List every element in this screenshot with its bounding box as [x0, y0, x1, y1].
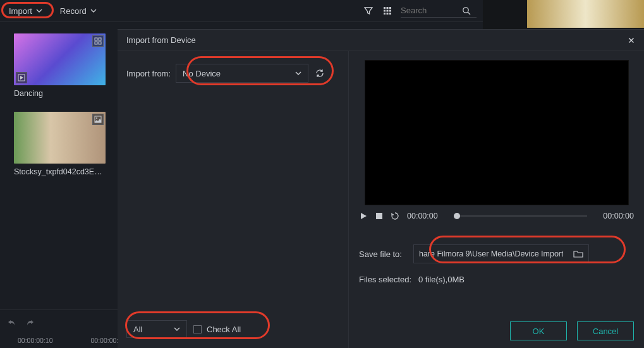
seek-bar[interactable]: [454, 215, 587, 217]
svg-rect-13: [95, 42, 97, 44]
dialog-title-text: Import from Device: [126, 35, 196, 45]
thumb-image-icon: [92, 114, 104, 125]
svg-rect-11: [95, 38, 97, 40]
dialog-titlebar: Import from Device ✕: [118, 30, 644, 51]
media-caption: Dancing: [14, 89, 106, 98]
undo-icon[interactable]: [6, 318, 16, 328]
check-all-label: Check All: [207, 325, 241, 334]
filter-select[interactable]: All: [126, 320, 187, 338]
folder-icon[interactable]: [573, 249, 583, 258]
files-selected-value: 0 file(s),0MB: [418, 275, 465, 284]
search-input[interactable]: [401, 4, 461, 17]
media-thumb[interactable]: [14, 33, 106, 85]
close-icon[interactable]: ✕: [628, 35, 635, 45]
redo-icon[interactable]: [25, 318, 35, 328]
media-panel: Dancing Stocksy_txpfd042cd3EA...: [0, 22, 118, 309]
media-thumb[interactable]: [14, 112, 106, 164]
stop-icon[interactable]: [375, 212, 383, 220]
import-from-label: Import from:: [126, 69, 171, 78]
svg-point-17: [96, 117, 97, 119]
svg-rect-7: [387, 13, 389, 15]
refresh-icon[interactable]: [313, 67, 326, 80]
grid-view-icon[interactable]: [382, 5, 393, 16]
timeline-controls: [0, 318, 118, 328]
check-all[interactable]: Check All: [193, 325, 241, 334]
timeline-area: 00:00:00:10 00:00:00:2: [0, 309, 118, 348]
save-file-row: Save file to: hare Filmora 9\User Media\…: [359, 244, 634, 263]
device-select[interactable]: No Device: [176, 64, 308, 83]
preview-area: [365, 60, 629, 205]
save-path-field[interactable]: hare Filmora 9\User Media\Device Import: [413, 244, 589, 263]
top-toolbar: Import Record: [0, 0, 483, 22]
dialog-left-bottom: All Check All: [126, 320, 241, 338]
device-select-value: No Device: [183, 69, 221, 78]
files-selected-label: Files selected:: [359, 275, 411, 284]
ok-button[interactable]: OK: [510, 321, 567, 340]
svg-rect-6: [384, 13, 386, 15]
import-from-row: Import from: No Device: [126, 64, 339, 83]
svg-rect-14: [99, 42, 101, 44]
chevron-down-icon: [90, 8, 97, 14]
timeline-ruler: 00:00:00:10 00:00:00:2: [0, 328, 118, 344]
svg-rect-18: [376, 213, 382, 219]
dialog-body: Import from: No Device All Check All: [118, 51, 644, 348]
time-total: 00:00:00: [595, 212, 634, 220]
svg-rect-8: [389, 13, 391, 15]
play-icon[interactable]: [359, 212, 368, 220]
svg-rect-5: [389, 10, 391, 12]
import-label: Import: [9, 6, 32, 16]
dialog-buttons: OK Cancel: [359, 315, 634, 340]
svg-rect-12: [99, 38, 101, 40]
svg-point-9: [463, 7, 468, 12]
media-caption: Stocksy_txpfd042cd3EA...: [14, 167, 106, 176]
seek-track: [454, 215, 587, 217]
thumb-play-icon: [16, 72, 27, 83]
import-dialog: Import from Device ✕ Import from: No Dev…: [118, 29, 644, 348]
seek-thumb[interactable]: [454, 213, 460, 219]
cancel-button[interactable]: Cancel: [577, 321, 634, 340]
import-menu[interactable]: Import: [0, 0, 51, 21]
files-selected-row: Files selected: 0 file(s),0MB: [359, 275, 634, 284]
record-menu[interactable]: Record: [51, 0, 106, 21]
replay-icon[interactable]: [391, 212, 399, 220]
time-current: 00:00:00: [407, 212, 446, 220]
save-path-value: hare Filmora 9\User Media\Device Import: [419, 249, 564, 258]
transport-bar: 00:00:00 00:00:00: [359, 212, 634, 220]
filter-icon[interactable]: [363, 5, 374, 16]
svg-rect-2: [389, 7, 391, 9]
svg-rect-0: [384, 7, 386, 9]
record-label: Record: [60, 6, 87, 16]
svg-rect-3: [384, 10, 386, 12]
filter-value: All: [133, 325, 142, 334]
save-file-label: Save file to:: [359, 249, 402, 259]
dialog-right-pane: 00:00:00 00:00:00 Save file to: hare Fil…: [349, 51, 644, 348]
search-icon[interactable]: [461, 5, 472, 16]
svg-rect-4: [387, 10, 389, 12]
svg-line-10: [468, 12, 470, 15]
dialog-left-pane: Import from: No Device All Check All: [118, 51, 349, 348]
checkbox-icon[interactable]: [193, 325, 202, 333]
search-box[interactable]: [401, 4, 477, 18]
window-bg-strip: [483, 0, 644, 29]
chevron-down-icon: [36, 8, 42, 14]
chevron-down-icon: [174, 326, 180, 332]
chevron-down-icon: [295, 70, 301, 76]
time-tick: 00:00:00:10: [18, 337, 52, 344]
svg-rect-1: [387, 7, 389, 9]
video-frame-sliver: [527, 0, 644, 28]
thumb-grid-icon: [92, 35, 104, 47]
toolbar-right: [363, 4, 483, 18]
